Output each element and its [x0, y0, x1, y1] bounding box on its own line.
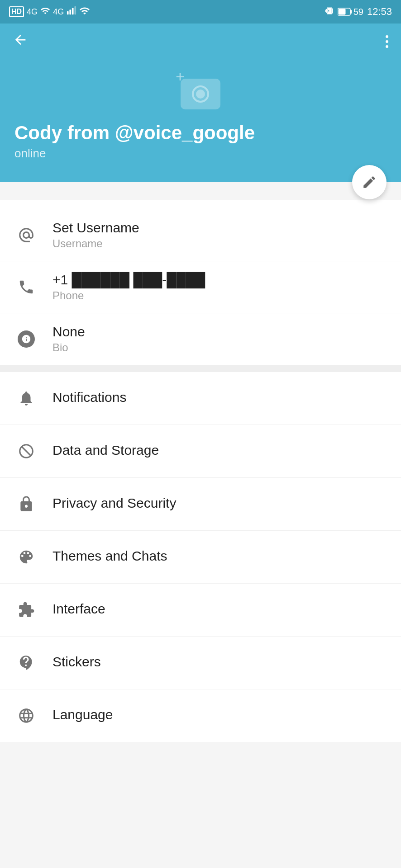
vibrate-icon — [325, 6, 334, 18]
interface-icon-container — [14, 598, 38, 622]
data-storage-text: Data and Storage — [53, 443, 387, 460]
sticker-icon — [18, 654, 35, 671]
section-divider — [0, 365, 401, 372]
status-left-icons: HD 4G 4G — [9, 5, 90, 19]
themes-label: Themes and Chats — [53, 548, 387, 564]
svg-rect-3 — [75, 6, 76, 14]
profile-status: online — [14, 146, 387, 160]
bio-item[interactable]: None Bio — [0, 313, 401, 365]
edit-profile-button[interactable] — [352, 165, 387, 199]
username-icon-container — [14, 223, 38, 247]
themes-chats-item[interactable]: Themes and Chats — [0, 531, 401, 584]
puzzle-icon — [18, 601, 35, 618]
bio-title: None — [53, 324, 387, 340]
notifications-item[interactable]: Notifications — [0, 372, 401, 425]
camera-lens — [192, 85, 209, 103]
bio-icon-container — [14, 327, 38, 351]
profile-info-section: Set Username Username +1 ██████ ███-████… — [0, 200, 401, 365]
signal-bars-1 — [40, 6, 50, 18]
language-icon-container — [14, 704, 38, 727]
phone-subtitle: Phone — [53, 289, 387, 302]
language-item[interactable]: Language — [0, 689, 401, 742]
camera-body — [181, 79, 220, 109]
privacy-icon-container — [14, 492, 38, 516]
battery-icon: 59 — [338, 7, 363, 17]
language-text: Language — [53, 707, 387, 724]
svg-rect-5 — [350, 10, 352, 14]
bell-icon — [18, 390, 35, 407]
phone-title: +1 ██████ ███-████ — [53, 272, 387, 288]
more-options-button[interactable] — [386, 35, 388, 48]
data-storage-label: Data and Storage — [53, 443, 387, 458]
privacy-security-item[interactable]: Privacy and Security — [0, 478, 401, 531]
interface-text: Interface — [53, 601, 387, 618]
stickers-icon-container — [14, 651, 38, 675]
signal-4g-2: 4G — [53, 7, 64, 17]
stickers-label: Stickers — [53, 654, 387, 670]
clock: 12:53 — [367, 6, 392, 18]
themes-text: Themes and Chats — [53, 548, 387, 566]
edit-icon — [362, 175, 377, 190]
interface-label: Interface — [53, 601, 387, 617]
language-label: Language — [53, 707, 387, 722]
svg-rect-0 — [67, 11, 69, 14]
globe-icon — [18, 707, 35, 724]
interface-item[interactable]: Interface — [0, 584, 401, 637]
notifications-icon-container — [14, 387, 38, 410]
username-title: Set Username — [53, 220, 387, 236]
privacy-label: Privacy and Security — [53, 495, 387, 511]
info-icon — [21, 334, 31, 344]
bio-text: None Bio — [53, 324, 387, 354]
palette-icon — [18, 548, 35, 566]
settings-menu: Notifications Data and Storage Privacy a… — [0, 372, 401, 742]
phone-text: +1 ██████ ███-████ Phone — [53, 272, 387, 302]
back-button[interactable] — [13, 32, 28, 51]
profile-photo-area[interactable]: + — [14, 69, 387, 109]
phone-item[interactable]: +1 ██████ ███-████ Phone — [0, 261, 401, 313]
svg-rect-1 — [70, 9, 72, 14]
data-icon — [18, 443, 35, 460]
camera-icon: + — [176, 69, 225, 109]
data-storage-item[interactable]: Data and Storage — [0, 425, 401, 478]
wifi-icon — [79, 5, 90, 19]
notifications-label: Notifications — [53, 390, 387, 405]
profile-header: + Cody from @voice_google online — [0, 60, 401, 182]
info-circle — [18, 330, 35, 348]
stickers-item[interactable]: Stickers — [0, 637, 401, 689]
svg-rect-6 — [338, 9, 345, 15]
phone-icon-container — [14, 275, 38, 299]
phone-icon — [18, 278, 35, 296]
notifications-text: Notifications — [53, 390, 387, 407]
signal-bars-2 — [67, 6, 76, 18]
username-subtitle: Username — [53, 237, 387, 250]
stickers-text: Stickers — [53, 654, 387, 671]
profile-name: Cody from @voice_google — [14, 122, 387, 144]
dot1 — [386, 35, 388, 38]
app-bar — [0, 24, 401, 60]
camera-lens-inner — [196, 90, 205, 99]
svg-rect-2 — [72, 8, 74, 14]
dot3 — [386, 45, 388, 48]
status-bar: HD 4G 4G 59 12:53 — [0, 0, 401, 24]
lock-icon — [18, 495, 35, 513]
battery-percent: 59 — [353, 7, 363, 17]
username-item[interactable]: Set Username Username — [0, 209, 401, 261]
privacy-text: Privacy and Security — [53, 495, 387, 513]
hd-icon: HD — [9, 6, 24, 17]
data-storage-icon-container — [14, 439, 38, 463]
themes-icon-container — [14, 545, 38, 569]
dot2 — [386, 40, 388, 43]
at-icon — [18, 226, 35, 244]
username-text: Set Username Username — [53, 220, 387, 250]
signal-4g-1: 4G — [27, 7, 38, 17]
bio-subtitle: Bio — [53, 341, 387, 354]
status-right-icons: 59 12:53 — [325, 6, 392, 18]
